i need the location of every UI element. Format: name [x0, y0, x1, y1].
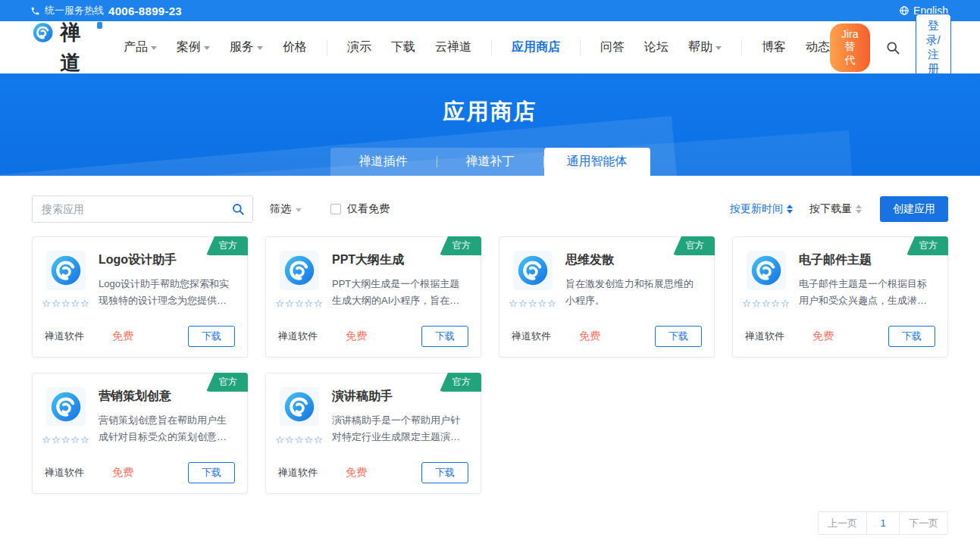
download-button[interactable]: 下载 — [421, 462, 468, 483]
nav-item-forum[interactable]: 论坛 — [644, 39, 668, 55]
nav-item-pricing[interactable]: 价格 — [283, 39, 307, 55]
app-icon — [46, 387, 86, 427]
filter-label: 筛选 — [270, 202, 291, 216]
sort-arrows-icon — [856, 205, 862, 214]
next-page-button[interactable]: 下一页 — [899, 511, 948, 535]
download-button[interactable]: 下载 — [655, 326, 702, 347]
app-vendor: 禅道软件 — [45, 466, 84, 480]
hotline-label: 统一服务热线 — [45, 4, 104, 17]
app-icon — [513, 251, 553, 290]
app-description: 电子邮件主题是一个根据目标用户和受众兴趣点，生成潜在主题的的AI小 — [799, 276, 935, 309]
filter-dropdown[interactable]: 筛选 — [270, 202, 302, 216]
page-title: 应用商店 — [0, 73, 980, 127]
download-button[interactable]: 下载 — [188, 326, 235, 347]
chevron-down-icon — [715, 46, 722, 50]
search-submit-icon[interactable] — [231, 202, 245, 216]
nav-item-demo[interactable]: 演示 — [347, 39, 371, 55]
app-description: 旨在激发创造力和拓展思维的小程序。 — [565, 276, 702, 309]
app-vendor: 禅道软件 — [278, 330, 318, 343]
app-search-box — [32, 195, 253, 223]
nav-item-cloud[interactable]: 云禅道 — [435, 39, 471, 55]
chevron-down-icon — [151, 46, 157, 50]
app-price: 免费 — [346, 466, 367, 480]
chevron-down-icon — [296, 208, 302, 212]
app-card-speech-assistant[interactable]: 官方 ☆☆☆☆☆ 演讲稿助手 演讲稿助手是一个帮助用户针对特定行业生成限定主题演… — [265, 373, 481, 494]
app-card-logo-design[interactable]: 官方 ☆☆☆☆☆ Logo设计助手 Logo设计助手帮助您探索和实现独特的设计理… — [32, 236, 248, 358]
star-rating: ☆☆☆☆☆ — [42, 298, 89, 309]
nav-item-cases[interactable]: 案例 — [177, 39, 210, 55]
app-card-ppt-outline[interactable]: 官方 ☆☆☆☆☆ PPT大纲生成 PPT大纲生成是一个根据主题生成大纲的AI小程… — [265, 236, 481, 358]
app-description: Logo设计助手帮助您探索和实现独特的设计理念为您提供灵感，并帮助 — [99, 276, 235, 309]
app-description: 演讲稿助手是一个帮助用户针对特定行业生成限定主题演讲稿的AI小程 — [332, 412, 468, 445]
free-only-label[interactable]: 仅看免费 — [347, 202, 390, 216]
chevron-down-icon — [204, 46, 210, 50]
app-icon — [280, 251, 319, 290]
app-card-grid: 官方 ☆☆☆☆☆ Logo设计助手 Logo设计助手帮助您探索和实现独特的设计理… — [32, 236, 948, 494]
tab-general-agents[interactable]: 通用智能体 — [544, 148, 650, 176]
nav-item-qa[interactable]: 问答 — [600, 39, 625, 55]
nav-item-services[interactable]: 服务 — [230, 39, 263, 55]
filter-toolbar: 筛选 仅看免费 按更新时间 按下载量 创建应用 — [32, 195, 948, 223]
nav-item-help[interactable]: 帮助 — [688, 39, 722, 55]
download-button[interactable]: 下载 — [188, 462, 235, 483]
sort-by-downloads[interactable]: 按下载量 — [809, 202, 862, 216]
app-card-email-subject[interactable]: 官方 ☆☆☆☆☆ 电子邮件主题 电子邮件主题是一个根据目标用户和受众兴趣点，生成… — [732, 236, 948, 358]
app-vendor: 禅道软件 — [745, 330, 784, 343]
app-price: 免费 — [346, 330, 367, 343]
logo-text: 禅道 — [60, 17, 91, 78]
sort-by-update-time[interactable]: 按更新时间 — [730, 202, 793, 216]
app-description: 营销策划创意旨在帮助用户生成针对目标受众的策划创意，从而吸引更多 — [99, 412, 235, 445]
star-rating: ☆☆☆☆☆ — [742, 298, 790, 309]
pagination: 上一页 1 下一页 — [32, 511, 948, 535]
app-vendor: 禅道软件 — [278, 466, 318, 480]
login-register-button[interactable]: 登录/注册 — [916, 14, 951, 82]
nav-divider — [580, 40, 581, 55]
app-price: 免费 — [112, 330, 133, 343]
free-only-filter: 仅看免费 — [330, 202, 390, 216]
sort-arrows-icon — [787, 205, 793, 214]
app-price: 免费 — [112, 466, 133, 480]
app-vendor: 禅道软件 — [512, 330, 551, 343]
search-icon[interactable] — [885, 40, 900, 55]
free-only-checkbox[interactable] — [330, 204, 341, 214]
app-icon — [747, 251, 786, 290]
page-banner: 应用商店 禅道插件 禅道补丁 通用智能体 — [0, 73, 980, 176]
tab-zentao-patches[interactable]: 禅道补丁 — [437, 148, 543, 176]
app-vendor: 禅道软件 — [45, 330, 84, 343]
nav-divider — [741, 40, 742, 55]
search-input[interactable] — [42, 203, 231, 215]
download-button[interactable]: 下载 — [888, 326, 935, 347]
zentao-logo-icon — [32, 17, 54, 48]
app-card-mind-diverge[interactable]: 官方 ☆☆☆☆☆ 思维发散 旨在激发创造力和拓展思维的小程序。 禅道软件 免费 … — [499, 236, 715, 358]
store-tabs: 禅道插件 禅道补丁 通用智能体 — [330, 148, 650, 176]
nav-item-news[interactable]: 动态 — [806, 39, 830, 55]
app-icon — [280, 387, 319, 427]
nav-divider — [327, 40, 327, 55]
create-app-button[interactable]: 创建应用 — [880, 196, 948, 222]
app-price: 免费 — [812, 330, 834, 343]
page-number-1[interactable]: 1 — [866, 511, 900, 535]
app-price: 免费 — [579, 330, 600, 343]
zentao-logo[interactable]: 禅道 — [32, 17, 102, 78]
logo-trademark-badge — [97, 22, 102, 29]
star-rating: ☆☆☆☆☆ — [275, 434, 323, 445]
nav-item-products[interactable]: 产品 — [124, 39, 157, 55]
main-content: 筛选 仅看免费 按更新时间 按下载量 创建应用 官方 ☆☆☆☆☆ — [0, 176, 980, 535]
prev-page-button[interactable]: 上一页 — [818, 511, 867, 535]
chevron-down-icon — [257, 46, 263, 50]
app-icon — [46, 251, 86, 290]
app-description: PPT大纲生成是一个根据主题生成大纲的AI小程序，旨在引提高用户的工 — [332, 276, 468, 309]
star-rating: ☆☆☆☆☆ — [509, 298, 556, 309]
main-navbar: 禅道 产品 案例 服务 价格 演示 下载 云禅道 应用商店 问答 论坛 帮助 博… — [0, 21, 980, 73]
nav-item-app-store[interactable]: 应用商店 — [512, 39, 560, 55]
hotline-number: 4006-8899-23 — [108, 5, 182, 17]
phone-icon — [30, 6, 40, 16]
nav-item-blog[interactable]: 博客 — [762, 39, 786, 55]
download-button[interactable]: 下载 — [421, 326, 468, 347]
app-card-marketing-ideas[interactable]: 官方 ☆☆☆☆☆ 营销策划创意 营销策划创意旨在帮助用户生成针对目标受众的策划创… — [32, 373, 248, 494]
star-rating: ☆☆☆☆☆ — [42, 434, 89, 445]
nav-item-download[interactable]: 下载 — [391, 39, 415, 55]
service-hotline: 统一服务热线 4006-8899-23 — [30, 4, 182, 17]
tab-zentao-plugins[interactable]: 禅道插件 — [330, 148, 437, 176]
jira-alternative-button[interactable]: Jira替代 — [830, 23, 870, 72]
